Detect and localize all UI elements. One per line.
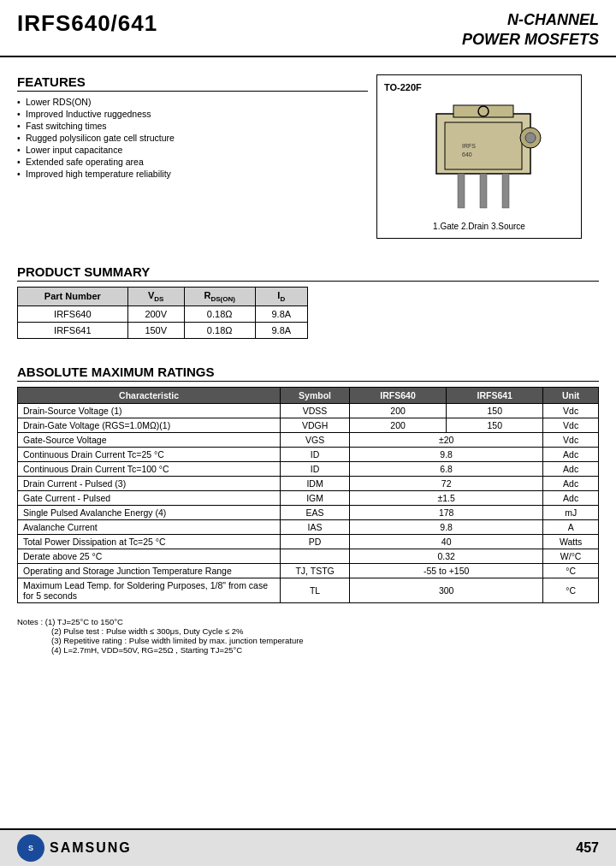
ratings-col-641: IRFS641 [447, 387, 543, 403]
ratings-char: Derate above 25 °C [18, 549, 281, 563]
ratings-unit: W/°C [543, 549, 599, 563]
ratings-row: Continuous Drain Current Tc=25 °CID9.8Ad… [18, 447, 599, 461]
ratings-val640: 0.32 [350, 549, 543, 563]
summary-vds-1: 150V [127, 322, 184, 338]
svg-rect-3 [445, 122, 522, 169]
features-title: FEATURES [17, 74, 368, 92]
ratings-val640: 40 [350, 534, 543, 549]
svg-text:640: 640 [462, 151, 472, 157]
ratings-char: Total Power Dissipation at Tc=25 °C [18, 534, 281, 549]
notes-item-3: (4) L=2.7mH, VDD=50V, RG=25Ω , Starting … [17, 645, 242, 655]
logo-icon: S [28, 844, 33, 852]
summary-vds-0: 200V [127, 305, 184, 322]
ratings-unit: Adc [543, 490, 599, 505]
ratings-sym: VDGH [281, 418, 350, 432]
ratings-val640: 200 [350, 403, 447, 418]
ratings-section: ABSOLUTE MAXIMUM RATINGS Characteristic … [0, 347, 616, 612]
ratings-title: ABSOLUTE MAXIMUM RATINGS [17, 365, 599, 382]
ratings-sym: TJ, TSTG [281, 563, 350, 578]
footer: S SAMSUNG 457 [0, 828, 616, 866]
ratings-char: Continuous Drain Current Tc=25 °C [18, 447, 281, 461]
ratings-unit: Adc [543, 447, 599, 461]
ratings-val640: 178 [350, 505, 543, 519]
feature-item: Improved high temperature reliability [17, 169, 368, 179]
ratings-sym: IAS [281, 519, 350, 534]
notes-item-2: (3) Repetitive rating : Pulse width limi… [17, 636, 304, 645]
ratings-val640: 9.8 [350, 519, 543, 534]
package-svg: IRFS 640 [394, 97, 565, 216]
ratings-unit: °C [543, 578, 599, 602]
ratings-table: Characteristic Symbol IRFS640 IRFS641 Un… [17, 387, 599, 603]
summary-part-0: IRFS640 [18, 305, 128, 322]
summary-col-id: ID [255, 287, 307, 305]
package-label: TO-220F [384, 82, 574, 92]
ratings-row: Avalanche CurrentIAS9.8A [18, 519, 599, 534]
ratings-char: Operating and Storage Junction Temperatu… [18, 563, 281, 578]
product-summary: PRODUCT SUMMARY Part Number VDS RDS(ON) … [0, 247, 616, 347]
summary-table: Part Number VDS RDS(ON) ID IRFS640 200V … [17, 287, 308, 339]
ratings-val640: 72 [350, 476, 543, 490]
feature-item: Lower input capacitance [17, 145, 368, 155]
page-header: IRFS640/641 N-CHANNEL POWER MOSFETS [0, 0, 616, 57]
svg-rect-5 [480, 174, 487, 208]
summary-col-part: Part Number [18, 287, 128, 305]
feature-item: Extended safe operating area [17, 157, 368, 167]
product-type-line2: POWER MOSFETS [462, 30, 599, 50]
product-type-line1: N-CHANNEL [462, 10, 599, 30]
ratings-unit: Vdc [543, 418, 599, 432]
feature-item: Rugged polysilicon gate cell structure [17, 133, 368, 143]
notes-section: Notes : (1) TJ=25°C to 150°C (2) Pulse t… [0, 612, 616, 660]
ratings-col-unit: Unit [543, 387, 599, 403]
ratings-row: Drain-Source Voltage (1)VDSS200150Vdc [18, 403, 599, 418]
ratings-row: Gate Current - PulsedIGM±1.5Adc [18, 490, 599, 505]
ratings-unit: Adc [543, 461, 599, 476]
summary-col-rds: RDS(ON) [184, 287, 255, 305]
summary-id-0: 9.8A [255, 305, 307, 322]
package-pins: 1.Gate 2.Drain 3.Source [384, 222, 574, 231]
svg-text:IRFS: IRFS [462, 143, 476, 149]
ratings-sym: ID [281, 461, 350, 476]
summary-row-0: IRFS640 200V 0.18Ω 9.8A [18, 305, 308, 322]
package-box: TO-220F [376, 74, 582, 239]
product-summary-title: PRODUCT SUMMARY [17, 264, 599, 282]
brand-name: SAMSUNG [50, 840, 132, 856]
ratings-val640: ±1.5 [350, 490, 543, 505]
ratings-row: Drain-Gate Voltage (RGS=1.0MΩ)(1)VDGH200… [18, 418, 599, 432]
ratings-val640: 9.8 [350, 447, 543, 461]
page: IRFS640/641 N-CHANNEL POWER MOSFETS FEAT… [0, 0, 616, 866]
summary-row-1: IRFS641 150V 0.18Ω 9.8A [18, 322, 308, 338]
ratings-row: Gate-Source VoltageVGS±20Vdc [18, 432, 599, 447]
summary-rds-0: 0.18Ω [184, 305, 255, 322]
ratings-char: Gate Current - Pulsed [18, 490, 281, 505]
ratings-sym: IGM [281, 490, 350, 505]
svg-point-8 [525, 133, 536, 143]
ratings-char: Avalanche Current [18, 519, 281, 534]
ratings-row: Derate above 25 °C0.32W/°C [18, 549, 599, 563]
part-number: IRFS640/641 [17, 10, 157, 37]
ratings-col-640: IRFS640 [350, 387, 447, 403]
ratings-val640: ±20 [350, 432, 543, 447]
ratings-sym [281, 549, 350, 563]
ratings-sym: EAS [281, 505, 350, 519]
ratings-row: Continuous Drain Current Tc=100 °CID6.8A… [18, 461, 599, 476]
ratings-val640: -55 to +150 [350, 563, 543, 578]
ratings-row: Drain Current - Pulsed (3)IDM72Adc [18, 476, 599, 490]
ratings-char: Single Pulsed Avalanche Energy (4) [18, 505, 281, 519]
notes-title: Notes : [17, 617, 43, 626]
ratings-sym: TL [281, 578, 350, 602]
ratings-char: Drain-Gate Voltage (RGS=1.0MΩ)(1) [18, 418, 281, 432]
svg-rect-4 [458, 174, 465, 208]
ratings-sym: PD [281, 534, 350, 549]
ratings-unit: Watts [543, 534, 599, 549]
ratings-char: Drain-Source Voltage (1) [18, 403, 281, 418]
ratings-char: Drain Current - Pulsed (3) [18, 476, 281, 490]
ratings-sym: IDM [281, 476, 350, 490]
ratings-char: Continuous Drain Current Tc=100 °C [18, 461, 281, 476]
summary-rds-1: 0.18Ω [184, 322, 255, 338]
feature-item: Lower RDS(ON) [17, 97, 368, 107]
ratings-sym: VDSS [281, 403, 350, 418]
ratings-col-char: Characteristic [18, 387, 281, 403]
features-left: FEATURES Lower RDS(ON) Improved Inductiv… [17, 66, 376, 239]
summary-id-1: 9.8A [255, 322, 307, 338]
page-number: 457 [576, 840, 599, 856]
